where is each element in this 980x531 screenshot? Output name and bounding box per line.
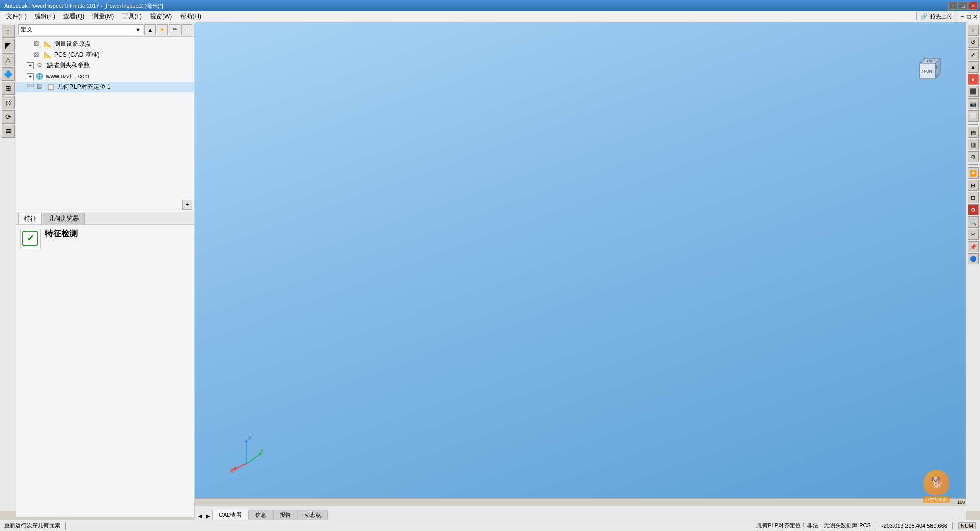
tree-item-4-label: www.uzzf．com [46, 72, 89, 81]
right-tool-2[interactable]: ↺ [968, 37, 979, 48]
menu-tools[interactable]: 工具(L) [118, 11, 146, 22]
feature-icon-box: ✓ [20, 229, 41, 249]
right-tool-filter[interactable]: 🔽 [968, 167, 979, 179]
menu-measure[interactable]: 测量(M) [88, 11, 118, 22]
app-close-button[interactable]: ✕ [973, 13, 978, 20]
mascot-icon: 🐕 [924, 470, 949, 495]
svg-text:X: X [230, 468, 233, 474]
upload-button[interactable]: 🔗 抢先上传 [916, 12, 957, 21]
svg-marker-7 [244, 438, 248, 442]
tree-expand-btn[interactable]: + [182, 200, 192, 210]
tree-item-2-icon: ⚄ [34, 51, 42, 59]
main-viewport[interactable]: TOP FRONT R Z Y X [195, 22, 966, 504]
right-tool-15[interactable]: ⊟ [968, 192, 979, 203]
right-tool-10[interactable]: ▥ [968, 139, 979, 150]
tab-dynamic-point[interactable]: 动态点 [298, 510, 328, 520]
tab-features[interactable]: 特征 [18, 213, 42, 224]
tab-report[interactable]: 报告 [273, 510, 298, 520]
right-tool-3[interactable]: ⤢ [968, 49, 979, 60]
right-tool-separator2 [968, 164, 978, 165]
app-restore-button[interactable]: □ [967, 13, 971, 20]
tab-info[interactable]: 信息 [249, 510, 273, 520]
bottom-tab-bar: ◀ ▶ CAD查看 信息 报告 动态点 [195, 505, 966, 520]
left-tool-3[interactable]: △ [2, 53, 15, 66]
right-tool-9[interactable]: ▤ [968, 127, 979, 138]
h-scrollbar[interactable]: 100 [195, 498, 966, 505]
status-numlock: NUM [958, 522, 976, 529]
upload-label: 抢先上传 [930, 13, 952, 20]
left-tool-5[interactable]: ⊞ [2, 82, 15, 95]
tree-highlight-btn[interactable]: ★ [157, 24, 168, 35]
left-tool-6[interactable]: ⊙ [2, 96, 15, 109]
tree-toolbar: 定义 ▼ ▲ ★ ✏ ≡ [16, 22, 194, 37]
right-tool-4[interactable]: ▲ [968, 61, 979, 73]
menu-edit[interactable]: 编辑(E) [31, 11, 59, 22]
left-tool-4[interactable]: 🔷 [2, 67, 15, 81]
right-tool-20[interactable]: 🔵 [968, 253, 979, 264]
menu-view[interactable]: 查看(Q) [59, 11, 88, 22]
tree-item-5-icon1: ⚄⚄ [27, 83, 35, 91]
right-tool-17[interactable]: 🔍 [968, 216, 979, 228]
menu-bar: 文件(E) 编辑(E) 查看(Q) 测量(M) 工具(L) 视窗(W) 帮助(H… [0, 11, 980, 22]
tree-item-4[interactable]: + 🌐 www.uzzf．com [16, 71, 194, 82]
status-coords: -203.013 208.404 580.666 [881, 523, 947, 529]
tree-item-3[interactable]: + ⚙ 缺省测头和参数 [16, 60, 194, 71]
cube-nav[interactable]: TOP FRONT R [915, 53, 945, 84]
menu-window[interactable]: 视窗(W) [146, 11, 176, 22]
tree-item-1-icon2: 📐 [44, 40, 52, 49]
tab-nav-left[interactable]: ◀ [196, 512, 204, 520]
status-right-text: 几何PLP对齐定位 1 非法：无测头数据库 PCS [756, 522, 871, 529]
maximize-button[interactable]: □ [959, 2, 968, 10]
status-sep-2 [876, 522, 876, 529]
tree-item-1-label: 测量设备原点 [54, 40, 91, 49]
right-tool-19[interactable]: 📌 [968, 241, 979, 252]
feature-checkmark-icon: ✓ [22, 231, 39, 247]
feature-title: 特征检测 [45, 229, 78, 239]
tree-list-btn[interactable]: ≡ [181, 24, 192, 35]
mascot-label: uzzf.com [923, 496, 950, 503]
mascot-area: 🐕 uzzf.com [911, 462, 962, 503]
tree-item-4-expand[interactable]: + [27, 73, 34, 80]
status-sep-3 [952, 522, 953, 529]
menu-help[interactable]: 帮助(H) [176, 11, 205, 22]
left-tool-2[interactable]: ◤ [2, 39, 15, 52]
tree-item-5[interactable]: ⚄⚄ ⚄ 📋 几何PLP对齐定位 1 [16, 82, 194, 92]
right-tool-6[interactable]: ⬛ [968, 86, 979, 97]
right-tool-red[interactable]: ● [968, 74, 979, 85]
tree-filter-arrow: ▼ [135, 27, 141, 33]
right-toolbar: ↕ ↺ ⤢ ▲ ● ⬛ 📷 ⬜ ▤ ▥ ⚙ 🔽 ⊞ ⊟ ⚙ 🔍 ✂ 📌 🔵 [966, 22, 980, 511]
left-sidebar: ↕ ◤ △ 🔷 ⊞ ⊙ ⟳ 〓 [0, 22, 16, 511]
close-button[interactable]: ✕ [969, 2, 978, 10]
tab-cad-view[interactable]: CAD查看 [212, 510, 249, 520]
tree-up-btn[interactable]: ▲ [144, 24, 156, 35]
tree-filter-text: 定义 [21, 26, 32, 33]
svg-text:Y: Y [260, 449, 264, 454]
tab-nav-right[interactable]: ▶ [204, 512, 212, 520]
right-tool-settings[interactable]: ⚙ [968, 204, 979, 215]
axis-indicator: Z Y X [226, 433, 266, 474]
left-tool-8[interactable]: 〓 [2, 125, 15, 138]
tree-filter-dropdown[interactable]: 定义 ▼ [18, 24, 143, 35]
tree-item-4-icon: 🌐 [36, 73, 44, 81]
tree-item-1[interactable]: ⚄ 📐 测量设备原点 [16, 39, 194, 50]
right-tool-rotate[interactable]: ↕ [968, 25, 979, 36]
right-tool-11[interactable]: ⚙ [968, 151, 979, 162]
tree-edit-btn[interactable]: ✏ [169, 24, 180, 35]
menu-file[interactable]: 文件(E) [2, 11, 31, 22]
tab-geometry-browser[interactable]: 几何浏览器 [43, 213, 85, 224]
tree-item-5-label: 几何PLP对齐定位 1 [57, 83, 111, 91]
left-tool-7[interactable]: ⟳ [2, 110, 15, 124]
feature-content: ✓ 特征检测 [16, 225, 194, 253]
left-tool-1[interactable]: ↕ [2, 25, 15, 38]
app-min-button[interactable]: － [959, 12, 965, 21]
tree-content: ⚄ 📐 测量设备原点 ⚄ 📐 PCS (CAD 基准) + ⚙ 缺省测头和参数 … [16, 37, 194, 94]
minimize-button[interactable]: － [948, 2, 958, 10]
tree-item-3-expand[interactable]: + [27, 62, 34, 69]
right-tool-8[interactable]: ⬜ [968, 110, 979, 122]
right-tool-14[interactable]: ⊞ [968, 180, 979, 191]
tree-item-2-label: PCS (CAD 基准) [54, 51, 100, 59]
right-tool-18[interactable]: ✂ [968, 229, 979, 240]
svg-text:FRONT: FRONT [922, 69, 935, 73]
tree-item-2[interactable]: ⚄ 📐 PCS (CAD 基准) [16, 50, 194, 60]
right-tool-7[interactable]: 📷 [968, 98, 979, 109]
